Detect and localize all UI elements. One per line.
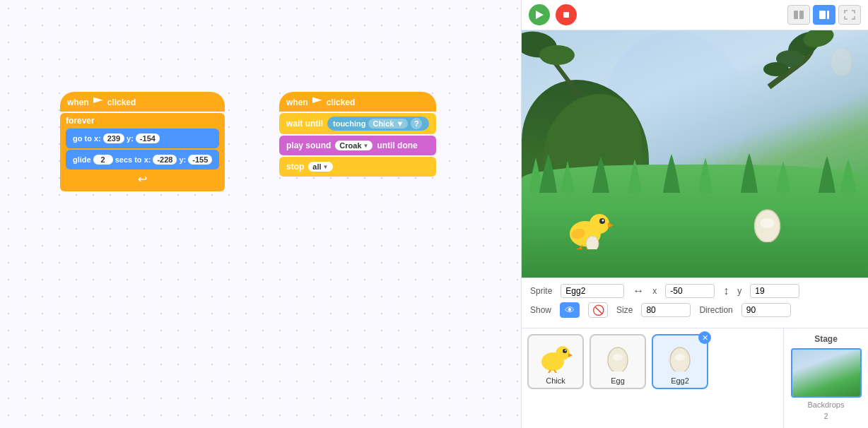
svg-point-18 [602, 220, 604, 222]
y-label: y [737, 286, 741, 296]
sprite-card-egg[interactable]: Egg [590, 334, 646, 389]
goto-y-label: y: [127, 134, 134, 143]
sound-dropdown[interactable]: Croak [335, 141, 373, 150]
green-flag-button[interactable] [529, 4, 550, 25]
when-label-1: when [67, 97, 89, 107]
sprite-card-chick[interactable]: Chick [527, 334, 584, 389]
y-arrows-icon: ↕ [723, 285, 729, 297]
svg-line-32 [554, 370, 556, 373]
svg-marker-0 [536, 11, 544, 19]
x-input[interactable] [665, 284, 715, 298]
sprite-properties: Sprite ↔ x ↕ y Show 👁 🚫 Size Direction [522, 278, 868, 328]
play-sound-block[interactable]: play sound Croak until done [279, 136, 436, 155]
layout-btn-fullscreen[interactable] [838, 5, 861, 25]
svg-point-28 [563, 349, 567, 353]
glide-x-val[interactable]: -228 [153, 155, 177, 165]
svg-point-27 [556, 346, 570, 360]
delete-sprite-button[interactable]: ✕ [698, 331, 711, 344]
goto-x-val[interactable]: 239 [103, 133, 124, 143]
when-clicked-block-1[interactable]: when clicked [60, 92, 225, 112]
goto-label: go to x: [73, 134, 101, 143]
when-label-2: when [286, 97, 308, 107]
chick-name: Chick [546, 376, 565, 385]
direction-input[interactable] [741, 303, 791, 317]
stage-egg-sprite[interactable] [751, 203, 783, 242]
svg-marker-19 [608, 222, 614, 228]
stage-thumbnail[interactable] [791, 348, 862, 398]
glide-y-val[interactable]: -155 [188, 155, 212, 165]
svg-point-36 [675, 354, 685, 361]
svg-point-8 [763, 62, 789, 76]
svg-rect-5 [827, 11, 829, 19]
goto-block[interactable]: go to x: 239 y: -154 [66, 129, 219, 148]
sprite-label: Sprite [530, 286, 552, 296]
egg2-img [662, 340, 698, 375]
touching-condition[interactable]: touching Chick ▼ ? [327, 117, 429, 131]
size-label: Size [616, 305, 633, 315]
clicked-label-1: clicked [107, 97, 136, 107]
glide-y-label: y: [179, 155, 186, 164]
stop-dropdown[interactable]: all [308, 162, 332, 172]
flag-icon-2 [312, 97, 322, 107]
glide-secs[interactable]: 2 [93, 155, 113, 165]
forever-label: forever [66, 116, 219, 126]
svg-point-34 [613, 354, 623, 361]
play-sound-label: play sound [286, 141, 331, 150]
control-buttons [529, 4, 577, 25]
forever-inner: go to x: 239 y: -154 glide 2 secs to x: … [66, 129, 219, 170]
until-done-label: until done [377, 141, 417, 150]
svg-point-12 [831, 48, 852, 76]
svg-rect-2 [794, 11, 798, 19]
stop-block[interactable]: stop all [279, 157, 436, 177]
touching-label: touching [333, 119, 365, 128]
svg-line-31 [549, 370, 551, 373]
block-group-2: when clicked wait until touching Chick ▼… [279, 92, 436, 177]
layout-btn-2[interactable] [813, 5, 835, 25]
when-clicked-block-2[interactable]: when clicked [279, 92, 436, 112]
stage-chick-sprite[interactable] [564, 207, 614, 249]
svg-rect-3 [799, 11, 804, 19]
glide-secs-label: secs to x: [115, 155, 151, 164]
forever-arrow: ↩ [66, 172, 219, 186]
sprites-list: Chick Egg ✕ [522, 328, 783, 428]
stage-thumb-section: Stage Backdrops 2 [783, 328, 868, 428]
svg-point-11 [539, 45, 575, 65]
hide-button[interactable]: 🚫 [588, 302, 608, 318]
forever-block[interactable]: forever go to x: 239 y: -154 glide 2 sec… [60, 113, 225, 191]
xy-arrows-icon: ↔ [633, 285, 644, 297]
stage-area [522, 30, 868, 278]
grass-blades [522, 150, 868, 193]
backdrops-label: Backdrops [808, 400, 845, 409]
wait-label: wait until [286, 119, 323, 129]
backdrops-count: 2 [823, 412, 828, 420]
goto-y-val[interactable]: -154 [136, 133, 160, 143]
glide-block[interactable]: glide 2 secs to x: -228 y: -155 [66, 150, 219, 170]
show-visible-button[interactable]: 👁 [560, 302, 580, 318]
question-mark: ? [411, 118, 422, 129]
size-input[interactable] [641, 303, 691, 317]
branch-left [522, 30, 606, 94]
glide-label: glide [73, 155, 91, 164]
sprite-card-egg2[interactable]: ✕ Egg2 [652, 334, 708, 389]
svg-rect-4 [819, 11, 826, 19]
svg-point-14 [761, 218, 775, 228]
ghost-egg [829, 44, 854, 74]
x-label: x [652, 286, 657, 296]
egg-name: Egg [611, 376, 625, 385]
stop-button[interactable] [556, 4, 577, 25]
svg-point-16 [590, 214, 609, 234]
svg-point-29 [565, 350, 566, 351]
direction-label: Direction [699, 305, 732, 315]
wait-until-block[interactable]: wait until touching Chick ▼ ? [279, 113, 436, 134]
sprites-section: Chick Egg ✕ [522, 328, 868, 428]
touching-dropdown[interactable]: Chick ▼ [368, 119, 408, 129]
stage-label: Stage [814, 334, 838, 344]
props-row-1: Sprite ↔ x ↕ y [530, 284, 860, 298]
layout-buttons [787, 5, 861, 25]
sprite-name-input[interactable] [561, 284, 624, 298]
block-group-1: when clicked forever go to x: 239 y: -15… [60, 92, 225, 191]
egg2-name: Egg2 [671, 376, 689, 385]
layout-btn-1[interactable] [787, 5, 810, 25]
y-input[interactable] [750, 284, 799, 298]
svg-rect-1 [563, 12, 569, 18]
